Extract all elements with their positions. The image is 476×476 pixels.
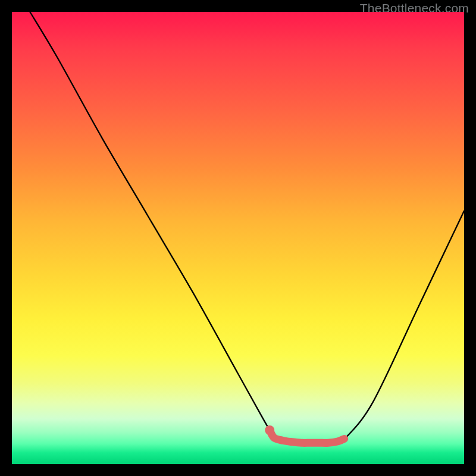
chart-frame: TheBottleneck.com <box>0 0 476 476</box>
plot-area <box>12 12 464 464</box>
highlight-band <box>270 430 344 443</box>
curve-svg <box>12 12 464 464</box>
start-dot-icon <box>265 425 274 435</box>
bottleneck-curve <box>30 12 464 443</box>
